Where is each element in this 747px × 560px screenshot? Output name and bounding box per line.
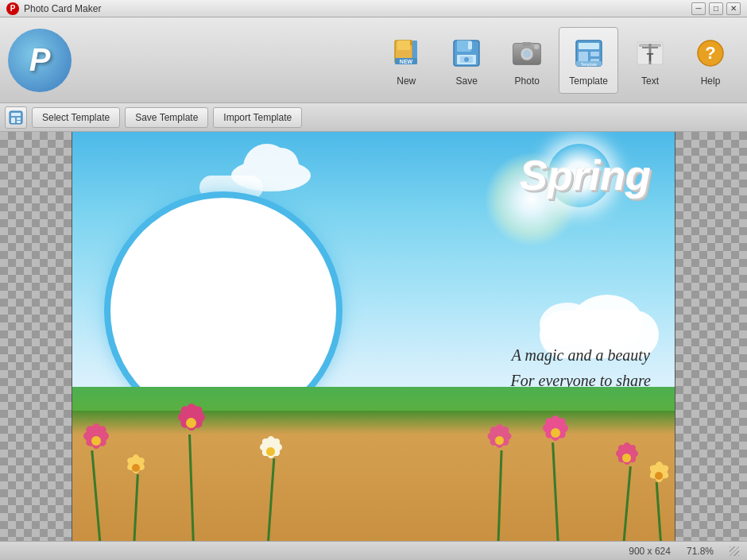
help-tool-button[interactable]: ? Help [682,28,739,93]
photo-tool-button[interactable]: Photo [498,28,555,93]
grass-top [72,387,675,411]
maximize-button[interactable]: □ [709,2,723,15]
photo-label: Photo [515,75,540,87]
svg-point-17 [534,44,539,49]
svg-point-15 [523,50,531,58]
title-bar-left: P Photo Card Maker [6,2,101,15]
svg-rect-8 [468,41,472,49]
cloud-4 [540,303,595,346]
save-template-button[interactable]: Save Template [125,107,208,128]
logo-letter: P [29,42,51,78]
svg-point-11 [464,57,469,62]
svg-text:?: ? [705,43,715,63]
text-label: Text [641,75,659,87]
svg-text:Template: Template [580,62,597,67]
status-bar: 900 x 624 71.8% [0,541,747,560]
minimize-button[interactable]: ─ [691,2,706,15]
save-icon [447,34,486,72]
close-button[interactable]: ✕ [726,2,741,15]
help-icon: ? [691,34,730,72]
card-title: Spring [520,152,651,199]
app-icon: P [6,2,19,15]
canvas-dimensions: 900 x 624 [629,546,671,557]
photo-icon [508,34,546,72]
svg-rect-1 [397,41,410,50]
svg-rect-19 [579,43,599,49]
text-tool-button[interactable]: T Text [621,28,679,93]
template-icon: Template [570,34,608,72]
help-label: Help [701,75,721,87]
import-template-button[interactable]: Import Template [213,107,302,128]
svg-rect-33 [11,113,21,116]
select-template-button[interactable]: Select Template [32,107,120,128]
title-bar: P Photo Card Maker ─ □ ✕ [0,0,747,17]
resize-grip[interactable] [730,546,739,556]
svg-text:T: T [647,51,654,64]
zoom-level: 71.8% [687,546,714,557]
text-icon: T [631,34,669,72]
new-icon: NEW [387,34,425,72]
svg-rect-3 [412,41,417,60]
template-small-icon-button[interactable] [5,106,27,129]
template-label: Template [569,75,608,87]
svg-rect-36 [17,121,21,123]
app-logo: P [8,29,72,92]
card-quote: A magic and a beauty For everyone to sha… [511,342,651,393]
app-title: Photo Card Maker [24,3,101,14]
canvas-area: Spring A magic and a beauty For everyone… [0,132,747,541]
svg-rect-35 [17,118,21,120]
new-tool-button[interactable]: NEW New [377,28,435,93]
save-tool-button[interactable]: Save [438,28,495,93]
ground-layer [72,387,675,542]
secondary-toolbar: Select Template Save Template Import Tem… [0,103,747,132]
petals-1 [80,434,112,466]
template-tool-button[interactable]: Template Template [559,27,618,94]
svg-rect-21 [590,52,599,56]
svg-rect-34 [11,118,15,123]
card-canvas[interactable]: Spring A magic and a beauty For everyone… [72,132,675,541]
new-label: New [397,75,416,87]
quote-line1: A magic and a beauty [511,342,651,368]
save-label: Save [456,75,478,87]
svg-rect-16 [522,42,532,46]
main-toolbar: P NEW New Save [0,17,747,103]
window-controls: ─ □ ✕ [691,2,741,15]
svg-text:NEW: NEW [400,59,413,64]
